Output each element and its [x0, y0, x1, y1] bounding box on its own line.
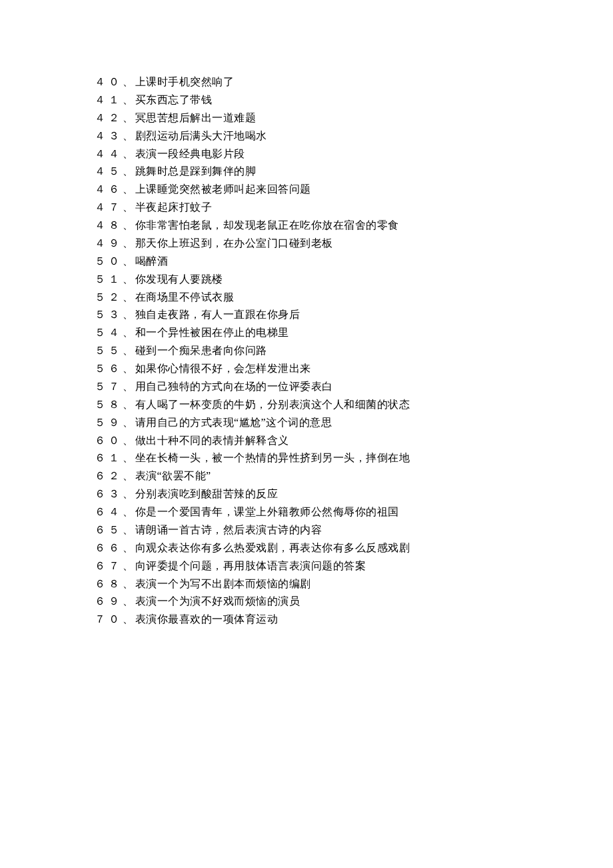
item-separator: 、	[123, 165, 134, 177]
item-separator: 、	[123, 76, 134, 87]
item-separator: 、	[123, 452, 134, 463]
item-number: ５４	[95, 327, 123, 338]
item-separator: 、	[123, 470, 134, 481]
item-number: ６５	[95, 524, 123, 535]
item-separator: 、	[123, 399, 134, 410]
item-text: 表演一个为演不好戏而烦恼的演员	[135, 595, 301, 607]
item-number: ４１	[95, 94, 123, 105]
list-item: ４９、那天你上班迟到，在办公室门口碰到老板	[95, 235, 560, 253]
list-item: ４８、你非常害怕老鼠，却发现老鼠正在吃你放在宿舍的零食	[95, 217, 560, 235]
item-text: 剧烈运动后满头大汗地喝水	[135, 130, 267, 141]
item-number: ５５	[95, 345, 123, 356]
item-separator: 、	[123, 506, 134, 517]
item-number: ６７	[95, 560, 123, 571]
item-number: ４９	[95, 237, 123, 249]
item-separator: 、	[123, 417, 134, 428]
item-number: ５３	[95, 309, 123, 320]
list-item: ４４、表演一段经典电影片段	[95, 145, 560, 163]
item-number: ５６	[95, 363, 123, 374]
item-separator: 、	[123, 255, 134, 267]
item-number: ４４	[95, 148, 123, 159]
list-item: ４５、跳舞时总是踩到舞伴的脚	[95, 163, 560, 181]
list-item: ５０、喝醉酒	[95, 253, 560, 271]
list-item: ４２、冥思苦想后解出一道难题	[95, 109, 560, 127]
list-item: ４７、半夜起床打蚊子	[95, 199, 560, 217]
list-item: ５２、在商场里不停试衣服	[95, 289, 560, 307]
item-number: ５９	[95, 417, 123, 428]
item-text: 有人喝了一杯变质的牛奶，分别表演这个人和细菌的状态	[135, 399, 410, 410]
item-separator: 、	[123, 345, 134, 356]
item-number: ５８	[95, 399, 123, 410]
list-item: ６２、表演“欲罢不能”	[95, 467, 560, 485]
item-number: ５１	[95, 273, 123, 285]
list-item: ５７、用自己独特的方式向在场的一位评委表白	[95, 378, 560, 396]
list-item: ６５、请朗诵一首古诗，然后表演古诗的内容	[95, 521, 560, 539]
item-text: 半夜起床打蚊子	[135, 201, 213, 213]
item-number: ５２	[95, 291, 123, 303]
item-number: ６３	[95, 488, 123, 499]
item-number: ６４	[95, 506, 123, 517]
item-text: 用自己独特的方式向在场的一位评委表白	[135, 381, 333, 392]
list-item: ６３、分别表演吃到酸甜苦辣的反应	[95, 485, 560, 503]
list-item: ５８、有人喝了一杯变质的牛奶，分别表演这个人和细菌的状态	[95, 396, 560, 414]
list-item: ５３、独自走夜路，有人一直跟在你身后	[95, 306, 560, 324]
item-number: ４３	[95, 130, 123, 141]
item-number: ４８	[95, 219, 123, 231]
list-item: ５１、你发现有人要跳楼	[95, 271, 560, 289]
list-item: ４０、上课时手机突然响了	[95, 73, 560, 91]
item-text: 上课睡觉突然被老师叫起来回答问题	[135, 183, 311, 195]
item-text: 你非常害怕老鼠，却发现老鼠正在吃你放在宿舍的零食	[135, 219, 399, 231]
item-separator: 、	[123, 309, 134, 320]
list-item: ６６、向观众表达你有多么热爱戏剧，再表达你有多么反感戏剧	[95, 539, 560, 557]
item-separator: 、	[123, 363, 134, 374]
item-text: 冥思苦想后解出一道难题	[135, 112, 257, 123]
item-text: 你发现有人要跳楼	[135, 273, 223, 285]
item-separator: 、	[123, 595, 134, 607]
item-number: ６０	[95, 435, 123, 446]
list-item: ４６、上课睡觉突然被老师叫起来回答问题	[95, 181, 560, 199]
item-separator: 、	[123, 273, 134, 285]
item-separator: 、	[123, 381, 134, 392]
item-separator: 、	[123, 112, 134, 123]
list-item: ５４、和一个异性被困在停止的电梯里	[95, 324, 560, 342]
item-number: ４５	[95, 165, 123, 177]
item-number: ６９	[95, 595, 123, 607]
item-separator: 、	[123, 291, 134, 303]
item-text: 跳舞时总是踩到舞伴的脚	[135, 165, 257, 177]
list-item: ６０、做出十种不同的表情并解释含义	[95, 432, 560, 450]
item-separator: 、	[123, 183, 134, 195]
item-text: 表演一个为写不出剧本而烦恼的编剧	[135, 578, 311, 589]
item-number: ４６	[95, 183, 123, 195]
item-separator: 、	[123, 130, 134, 141]
item-number: ４０	[95, 76, 123, 87]
item-separator: 、	[123, 613, 134, 625]
item-separator: 、	[123, 237, 134, 249]
item-text: 请用自己的方式表现“尴尬”这个词的意思	[135, 417, 332, 428]
item-number: ６６	[95, 542, 123, 553]
list-item: ５９、请用自己的方式表现“尴尬”这个词的意思	[95, 414, 560, 432]
item-text: 表演“欲罢不能”	[135, 470, 211, 481]
list-item: ７０、表演你最喜欢的一项体育运动	[95, 611, 560, 629]
item-text: 你是一个爱国青年，课堂上外籍教师公然侮辱你的祖国	[135, 506, 399, 517]
list-item: ６８、表演一个为写不出剧本而烦恼的编剧	[95, 575, 560, 593]
item-text: 喝醉酒	[135, 255, 169, 267]
item-separator: 、	[123, 542, 134, 553]
item-separator: 、	[123, 578, 134, 589]
item-separator: 、	[123, 435, 134, 446]
list-item: ６７、向评委提个问题，再用肢体语言表演问题的答案	[95, 557, 560, 575]
item-text: 分别表演吃到酸甜苦辣的反应	[135, 488, 279, 499]
item-number: ６８	[95, 578, 123, 589]
item-text: 那天你上班迟到，在办公室门口碰到老板	[135, 237, 333, 249]
item-separator: 、	[123, 488, 134, 499]
item-separator: 、	[123, 524, 134, 535]
item-number: ４７	[95, 201, 123, 213]
item-text: 向评委提个问题，再用肢体语言表演问题的答案	[135, 560, 366, 571]
list-item: ５６、如果你心情很不好，会怎样发泄出来	[95, 360, 560, 378]
item-text: 和一个异性被困在停止的电梯里	[135, 327, 289, 338]
list-item: ４３、剧烈运动后满头大汗地喝水	[95, 127, 560, 145]
item-separator: 、	[123, 148, 134, 159]
item-text: 在商场里不停试衣服	[135, 291, 235, 303]
item-number: ５０	[95, 255, 123, 267]
item-text: 碰到一个痴呆患者向你问路	[135, 345, 267, 356]
item-separator: 、	[123, 219, 134, 231]
